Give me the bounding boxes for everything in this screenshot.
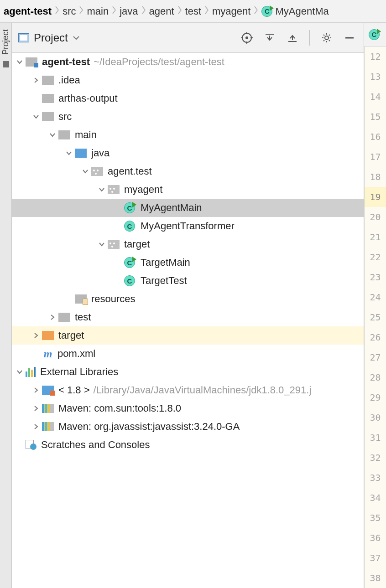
chevron-right-icon[interactable] (32, 77, 40, 83)
tree-node-jdk[interactable]: < 1.8 > /Library/Java/JavaVirtualMachine… (12, 381, 364, 399)
tree-node-main[interactable]: main (12, 126, 364, 144)
chevron-right-icon[interactable] (32, 423, 40, 430)
line-number[interactable]: 33 (365, 468, 386, 488)
breadcrumb-separator-icon (55, 5, 59, 17)
chevron-right-icon[interactable] (32, 332, 40, 339)
chevron-right-icon[interactable] (48, 314, 57, 320)
tree-node-targettest[interactable]: C TargetTest (12, 272, 364, 290)
breadcrumb-item-src[interactable]: src (63, 5, 76, 17)
line-number[interactable]: 18 (365, 167, 386, 187)
tree-node-maven-javassist[interactable]: Maven: org.javassist:javassist:3.24.0-GA (12, 418, 364, 436)
line-number[interactable]: 16 (365, 127, 386, 147)
line-number[interactable]: 28 (365, 367, 386, 387)
separator (309, 30, 310, 46)
tree-node-scratches[interactable]: Scratches and Consoles (12, 436, 364, 454)
select-opened-file-button[interactable] (241, 32, 253, 44)
breadcrumb-separator-icon (204, 5, 209, 17)
project-tree[interactable]: agent-test ~/IdeaProjects/test/agent-tes… (12, 53, 364, 588)
chevron-right-icon[interactable] (32, 405, 40, 412)
chevron-down-icon[interactable] (73, 32, 80, 43)
breadcrumb-item-test[interactable]: test (185, 5, 201, 17)
breadcrumb-separator-icon (141, 5, 146, 17)
breadcrumb-separator-icon (112, 5, 116, 17)
line-number[interactable]: 20 (365, 207, 386, 227)
tree-label: .idea (58, 74, 80, 86)
line-number[interactable]: 24 (365, 287, 386, 307)
collapse-all-button[interactable] (287, 32, 298, 44)
tree-node-pom[interactable]: m pom.xml (12, 345, 364, 363)
line-number-gutter[interactable]: 1213141516171819202122232425262728293031… (364, 46, 386, 588)
svg-point-10 (325, 36, 329, 40)
tree-node-pkg-target[interactable]: target (12, 235, 364, 253)
tree-label: myagent (124, 184, 162, 196)
settings-button[interactable] (321, 32, 333, 44)
chevron-down-icon[interactable] (48, 132, 57, 138)
line-number[interactable]: 17 (365, 147, 386, 167)
tree-node-idea[interactable]: .idea (12, 71, 364, 89)
project-tool-tab[interactable]: Project (0, 26, 11, 57)
tree-path-label: ~/IdeaProjects/test/agent-test (94, 56, 224, 68)
tree-node-arthas-output[interactable]: arthas-output (12, 89, 364, 108)
expand-all-button[interactable] (264, 32, 276, 44)
breadcrumb-file-label: MyAgentMa (275, 5, 329, 17)
chevron-down-icon[interactable] (81, 168, 89, 175)
line-number[interactable]: 37 (365, 548, 386, 568)
line-number[interactable]: 26 (365, 327, 386, 347)
tree-node-project-root[interactable]: agent-test ~/IdeaProjects/test/agent-tes… (12, 53, 364, 71)
project-panel-title[interactable]: Project (34, 31, 68, 44)
line-number[interactable]: 38 (365, 568, 386, 588)
chevron-down-icon[interactable] (65, 150, 73, 156)
line-number[interactable]: 19 (365, 187, 386, 207)
line-number[interactable]: 36 (365, 528, 386, 548)
line-number[interactable]: 30 (365, 407, 386, 428)
breadcrumb-item-root[interactable]: agent-test (4, 5, 52, 17)
chevron-down-icon[interactable] (16, 369, 24, 375)
breadcrumb-item-main[interactable]: main (87, 5, 109, 17)
chevron-down-icon[interactable] (16, 59, 24, 65)
line-number[interactable]: 32 (365, 448, 386, 468)
java-class-icon[interactable]: C (369, 29, 380, 40)
tree-node-test[interactable]: test (12, 308, 364, 326)
line-number[interactable]: 22 (365, 247, 386, 267)
breadcrumb-item-agent[interactable]: agent (149, 5, 174, 17)
tree-node-maven-tools[interactable]: Maven: com.sun:tools:1.8.0 (12, 399, 364, 418)
line-number[interactable]: 25 (365, 307, 386, 327)
tree-node-target-dir[interactable]: target (12, 326, 364, 345)
resources-folder-icon (75, 294, 87, 304)
line-number[interactable]: 21 (365, 227, 386, 247)
folder-icon (42, 76, 54, 85)
breadcrumb-item-java[interactable]: java (120, 5, 138, 17)
tree-node-myagentmain[interactable]: C MyAgentMain (12, 199, 364, 217)
line-number[interactable]: 35 (365, 508, 386, 528)
line-number[interactable]: 12 (365, 46, 386, 67)
line-number[interactable]: 13 (365, 67, 386, 87)
tree-node-pkg-agent-test[interactable]: agent.test (12, 162, 364, 181)
bookmarks-tool-tab[interactable] (3, 61, 9, 67)
breadcrumb-item-myagent[interactable]: myagent (212, 5, 250, 17)
chevron-down-icon[interactable] (32, 113, 40, 120)
hide-button[interactable] (344, 32, 355, 44)
tree-node-src[interactable]: src (12, 108, 364, 126)
chevron-down-icon[interactable] (98, 186, 106, 193)
chevron-down-icon[interactable] (98, 241, 106, 248)
line-number[interactable]: 27 (365, 347, 386, 367)
line-number[interactable]: 23 (365, 267, 386, 287)
tree-node-myagenttransformer[interactable]: C MyAgentTransformer (12, 217, 364, 235)
java-class-runnable-icon: C (124, 202, 135, 213)
line-number[interactable]: 31 (365, 428, 386, 448)
breadcrumb-item-file[interactable]: C MyAgentMa (261, 5, 329, 17)
tree-node-external-libraries[interactable]: External Libraries (12, 363, 364, 381)
tree-label: TargetMain (141, 257, 190, 268)
line-number[interactable]: 34 (365, 488, 386, 508)
tree-node-pkg-myagent[interactable]: myagent (12, 181, 364, 199)
tree-node-resources[interactable]: resources (12, 290, 364, 308)
line-number[interactable]: 14 (365, 87, 386, 107)
tree-node-targetmain[interactable]: C TargetMain (12, 253, 364, 272)
folder-icon (42, 94, 54, 103)
tree-node-java[interactable]: java (12, 144, 364, 162)
chevron-right-icon[interactable] (32, 387, 40, 393)
line-number[interactable]: 15 (365, 107, 386, 127)
maven-file-icon: m (42, 348, 54, 360)
tree-label: java (91, 147, 110, 159)
line-number[interactable]: 29 (365, 387, 386, 407)
